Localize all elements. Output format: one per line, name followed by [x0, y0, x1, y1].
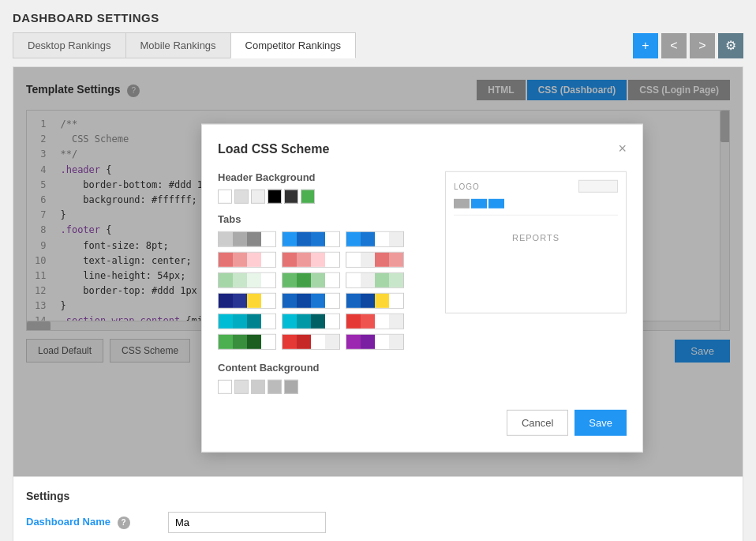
preview-content: REPORTS — [454, 215, 618, 259]
tabs-left: Desktop Rankings Mobile Rankings Competi… — [13, 32, 356, 58]
scheme-navy1[interactable] — [218, 293, 276, 309]
scheme-gray[interactable] — [218, 231, 276, 247]
preview-tab-2 — [471, 199, 487, 209]
swatch-dark[interactable] — [284, 190, 298, 204]
prev-tab-button[interactable]: < — [661, 33, 687, 58]
tabs-row-2 — [218, 252, 429, 268]
page-header: DASHBOARD SETTINGS — [0, 0, 756, 32]
modal-close-button[interactable]: × — [618, 141, 627, 157]
tabs-row-5 — [218, 314, 429, 329]
modal-left-panel: Header Background Tabs — [218, 171, 429, 394]
content-swatch-2[interactable] — [234, 380, 249, 394]
scheme-blue1[interactable] — [282, 231, 340, 247]
scheme-tealred[interactable] — [346, 314, 404, 329]
preview-tab-1 — [454, 199, 470, 209]
modal-header: Load CSS Scheme × — [218, 141, 627, 157]
scheme-red2[interactable] — [282, 252, 340, 268]
content-bg-swatches — [218, 380, 429, 394]
swatch-black[interactable] — [268, 190, 282, 204]
scheme-green2[interactable] — [282, 272, 340, 288]
preview-box: LOGO REPORTS — [445, 171, 627, 314]
tabs-row-1 — [218, 231, 429, 247]
scheme-blue2[interactable] — [346, 231, 404, 247]
next-tab-button[interactable]: > — [690, 33, 715, 58]
scheme-red1[interactable] — [218, 252, 276, 268]
scheme-red3[interactable] — [346, 252, 404, 268]
dashboard-name-input[interactable] — [168, 512, 326, 533]
tabs-right: + < > ⚙ — [633, 33, 743, 58]
page: DASHBOARD SETTINGS Desktop Rankings Mobi… — [0, 0, 756, 541]
tab-desktop-rankings[interactable]: Desktop Rankings — [13, 32, 125, 58]
tab-competitor-rankings[interactable]: Competitor Rankings — [230, 32, 356, 58]
preview-search — [578, 180, 618, 193]
content-bg-label: Content Background — [218, 362, 429, 374]
content-swatch-5[interactable] — [284, 380, 298, 394]
scheme-purple[interactable] — [346, 334, 404, 350]
css-scheme-modal: Load CSS Scheme × Header Background — [201, 124, 643, 453]
dashboard-name-row: Dashboard Name ? — [26, 512, 730, 533]
scheme-teal1[interactable] — [218, 314, 276, 329]
modal-right-panel: LOGO REPORTS — [445, 171, 627, 394]
header-bg-label: Header Background — [218, 171, 429, 183]
main-content: Template Settings ? HTML CSS (Dashboard)… — [13, 66, 743, 477]
modal-footer: Cancel Save — [218, 410, 627, 436]
content-swatch-3[interactable] — [251, 380, 265, 394]
tab-mobile-rankings[interactable]: Mobile Rankings — [125, 32, 230, 58]
add-tab-button[interactable]: + — [633, 33, 658, 58]
scheme-olive[interactable] — [218, 334, 276, 350]
content-swatch-1[interactable] — [218, 380, 232, 394]
scheme-teal2[interactable] — [282, 314, 340, 329]
content-swatch-4[interactable] — [268, 380, 282, 394]
dashboard-name-info-icon[interactable]: ? — [118, 517, 130, 529]
modal-title: Load CSS Scheme — [218, 141, 329, 156]
scheme-navy2[interactable] — [282, 293, 340, 309]
settings-title: Settings — [26, 490, 730, 502]
tabs-label: Tabs — [218, 213, 429, 225]
tabs-row-4 — [218, 293, 429, 309]
page-title: DASHBOARD SETTINGS — [13, 11, 159, 24]
modal-body: Header Background Tabs — [218, 171, 627, 394]
tabs-row-6 — [218, 334, 429, 350]
modal-save-button[interactable]: Save — [574, 410, 627, 436]
dashboard-name-label: Dashboard Name ? — [26, 516, 168, 529]
swatch-green[interactable] — [301, 190, 315, 204]
settings-tab-button[interactable]: ⚙ — [718, 33, 743, 58]
swatch-lighter[interactable] — [251, 190, 265, 204]
modal-overlay[interactable]: Load CSS Scheme × Header Background — [13, 67, 743, 476]
swatch-white[interactable] — [218, 190, 232, 204]
scheme-green1[interactable] — [218, 272, 276, 288]
preview-tab-3 — [488, 199, 504, 209]
tabs-color-grid — [218, 231, 429, 352]
scheme-green3[interactable] — [346, 272, 404, 288]
modal-cancel-button[interactable]: Cancel — [507, 410, 568, 436]
swatch-light[interactable] — [234, 190, 249, 204]
preview-header: LOGO — [454, 180, 618, 193]
scheme-redwhite[interactable] — [282, 334, 340, 350]
preview-tabs — [454, 199, 618, 209]
preview-logo: LOGO — [454, 182, 480, 190]
settings-section: Settings Dashboard Name ? — [13, 477, 743, 541]
tabs-bar: Desktop Rankings Mobile Rankings Competi… — [0, 32, 756, 66]
preview-reports-text: REPORTS — [512, 233, 560, 242]
tabs-row-3 — [218, 272, 429, 288]
header-bg-swatches — [218, 190, 429, 204]
scheme-navy3[interactable] — [346, 293, 404, 309]
